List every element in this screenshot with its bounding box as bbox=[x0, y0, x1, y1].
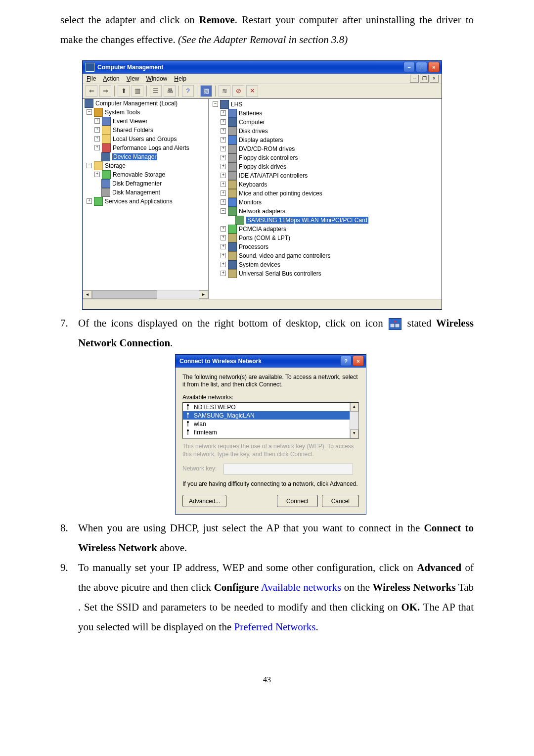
expand-toggle[interactable]: + bbox=[221, 146, 226, 151]
cancel-button[interactable]: Cancel bbox=[322, 495, 359, 507]
expand-toggle[interactable]: + bbox=[221, 271, 226, 276]
menu-action[interactable]: Action bbox=[103, 75, 119, 82]
expand-toggle[interactable]: + bbox=[221, 262, 226, 267]
expand-toggle[interactable]: + bbox=[94, 136, 100, 142]
advanced-button[interactable]: Advanced... bbox=[182, 495, 226, 507]
cm-left-tree: Computer Management (Local) −System Tool… bbox=[83, 99, 209, 299]
expand-toggle[interactable]: − bbox=[221, 208, 226, 214]
keyboards-icon bbox=[228, 180, 237, 189]
scroll-right-button[interactable]: ▸ bbox=[199, 290, 208, 299]
expand-toggle[interactable]: + bbox=[221, 119, 226, 125]
menu-help[interactable]: Help bbox=[174, 75, 186, 82]
expand-toggle[interactable]: − bbox=[87, 109, 92, 115]
tb-uninstall-button[interactable]: ✕ bbox=[246, 85, 258, 97]
expand-toggle[interactable]: + bbox=[94, 127, 100, 133]
tree-system-tools[interactable]: System Tools bbox=[105, 109, 140, 116]
tb-up-button[interactable]: ⬆ bbox=[118, 85, 130, 97]
tree-defrag[interactable]: Disk Defragmenter bbox=[112, 180, 162, 187]
tb-enable-button[interactable]: ≋ bbox=[219, 85, 230, 97]
tb-scan-button[interactable]: ▧ bbox=[200, 85, 212, 97]
dm-net-adapters[interactable]: Network adapters bbox=[239, 208, 285, 215]
dm-batteries[interactable]: Batteries bbox=[239, 110, 262, 117]
expand-toggle[interactable]: + bbox=[94, 118, 100, 124]
tree-local-users[interactable]: Local Users and Groups bbox=[113, 136, 177, 142]
dm-display[interactable]: Display adapters bbox=[239, 137, 283, 143]
expand-toggle[interactable]: + bbox=[221, 128, 226, 134]
list-item[interactable]: firmteam bbox=[183, 428, 358, 436]
dm-ports[interactable]: Ports (COM & LPT) bbox=[239, 235, 290, 241]
expand-toggle[interactable]: + bbox=[221, 244, 226, 249]
expand-toggle[interactable]: + bbox=[221, 190, 226, 196]
connect-button[interactable]: Connect bbox=[277, 495, 318, 507]
dm-ide[interactable]: IDE ATA/ATAPI controllers bbox=[239, 172, 308, 179]
tb-forward-button[interactable]: ⇒ bbox=[99, 85, 111, 97]
expand-toggle[interactable]: + bbox=[221, 199, 226, 205]
tb-back-button[interactable]: ⇐ bbox=[86, 85, 97, 97]
list-item[interactable]: wlan bbox=[183, 420, 358, 428]
dm-mice[interactable]: Mice and other pointing devices bbox=[239, 190, 322, 197]
menu-file[interactable]: FFileile bbox=[87, 75, 96, 82]
dm-usb[interactable]: Universal Serial Bus controllers bbox=[239, 270, 321, 277]
mdi-close-button[interactable]: × bbox=[430, 75, 439, 83]
tree-diskmgmt[interactable]: Disk Management bbox=[112, 189, 160, 196]
expand-toggle[interactable]: + bbox=[94, 145, 100, 150]
dm-root[interactable]: LHS bbox=[231, 101, 242, 108]
scroll-down-button[interactable]: ▾ bbox=[350, 429, 358, 438]
left-tree-hscroll[interactable]: ◂ ▸ bbox=[83, 290, 208, 299]
dm-sysdev[interactable]: System devices bbox=[239, 261, 280, 268]
dm-dvd[interactable]: DVD/CD-ROM drives bbox=[239, 145, 295, 152]
dlg-help-button[interactable]: ? bbox=[340, 356, 352, 366]
expand-toggle[interactable]: + bbox=[221, 182, 226, 187]
close-button[interactable]: × bbox=[428, 62, 440, 72]
tb-show-hide-button[interactable]: ▥ bbox=[132, 85, 143, 97]
netlist-vscroll[interactable]: ▴ ▾ bbox=[350, 403, 358, 438]
available-networks-list[interactable]: NDTESTWEPO SAMSUNG_MagicLAN wlan firmtea… bbox=[182, 402, 359, 439]
expand-toggle[interactable]: + bbox=[221, 173, 226, 178]
list-item[interactable]: NDTESTWEPO bbox=[183, 403, 358, 411]
tb-help-button[interactable]: ? bbox=[182, 85, 194, 97]
dm-samsung-nic[interactable]: SAMSUNG 11Mbps WLAN MiniPCI/PCI Card bbox=[246, 217, 368, 224]
dm-monitors[interactable]: Monitors bbox=[239, 199, 262, 206]
dm-sound[interactable]: Sound, video and game controllers bbox=[239, 252, 330, 259]
tree-perf-logs[interactable]: Performance Logs and Alerts bbox=[113, 144, 189, 151]
mdi-minimize-button[interactable]: – bbox=[410, 75, 419, 83]
expand-toggle[interactable]: − bbox=[213, 101, 218, 107]
dm-computer[interactable]: Computer bbox=[239, 119, 265, 126]
dlg-close-button[interactable]: × bbox=[353, 356, 364, 366]
scroll-left-button[interactable]: ◂ bbox=[83, 290, 92, 299]
tree-root[interactable]: Computer Management (Local) bbox=[95, 100, 178, 107]
menu-view[interactable]: View bbox=[127, 75, 139, 82]
expand-toggle[interactable]: − bbox=[87, 163, 92, 168]
expand-toggle[interactable]: + bbox=[87, 198, 92, 204]
tb-disable-button[interactable]: ⊘ bbox=[232, 85, 244, 97]
tree-shared-folders[interactable]: Shared Folders bbox=[113, 127, 153, 134]
dm-disk-drives[interactable]: Disk drives bbox=[239, 128, 268, 135]
dm-pcmcia[interactable]: PCMCIA adapters bbox=[239, 226, 286, 233]
tree-storage[interactable]: Storage bbox=[105, 162, 126, 169]
expand-toggle[interactable]: + bbox=[221, 235, 226, 240]
minimize-button[interactable]: – bbox=[403, 62, 415, 72]
menu-window[interactable]: Window bbox=[146, 75, 168, 82]
maximize-button[interactable]: □ bbox=[416, 62, 427, 72]
tree-removable[interactable]: Removable Storage bbox=[113, 171, 165, 178]
expand-toggle[interactable]: + bbox=[221, 226, 226, 232]
item9-p3: on the bbox=[341, 581, 372, 593]
scroll-up-button[interactable]: ▴ bbox=[350, 403, 358, 412]
expand-toggle[interactable]: + bbox=[221, 137, 226, 142]
tree-services[interactable]: Services and Applications bbox=[105, 198, 173, 205]
expand-toggle[interactable]: + bbox=[94, 172, 100, 177]
expand-toggle[interactable]: + bbox=[221, 110, 226, 116]
expand-toggle[interactable]: + bbox=[221, 164, 226, 169]
dm-processors[interactable]: Processors bbox=[239, 243, 268, 250]
tb-properties-button[interactable]: ☰ bbox=[150, 85, 162, 97]
dm-keyboards[interactable]: Keyboards bbox=[239, 181, 267, 188]
list-item[interactable]: SAMSUNG_MagicLAN bbox=[183, 411, 358, 420]
expand-toggle[interactable]: + bbox=[221, 253, 226, 258]
dm-floppy-drv[interactable]: Floppy disk drives bbox=[239, 163, 286, 170]
tree-device-manager[interactable]: Device Manager bbox=[112, 153, 157, 160]
mdi-restore-button[interactable]: ❐ bbox=[420, 75, 429, 83]
expand-toggle[interactable]: + bbox=[221, 155, 226, 160]
tree-event-viewer[interactable]: Event Viewer bbox=[113, 118, 147, 125]
dm-floppy-ctrl[interactable]: Floppy disk controllers bbox=[239, 154, 298, 161]
tb-print-button[interactable]: 🖶 bbox=[164, 85, 176, 97]
